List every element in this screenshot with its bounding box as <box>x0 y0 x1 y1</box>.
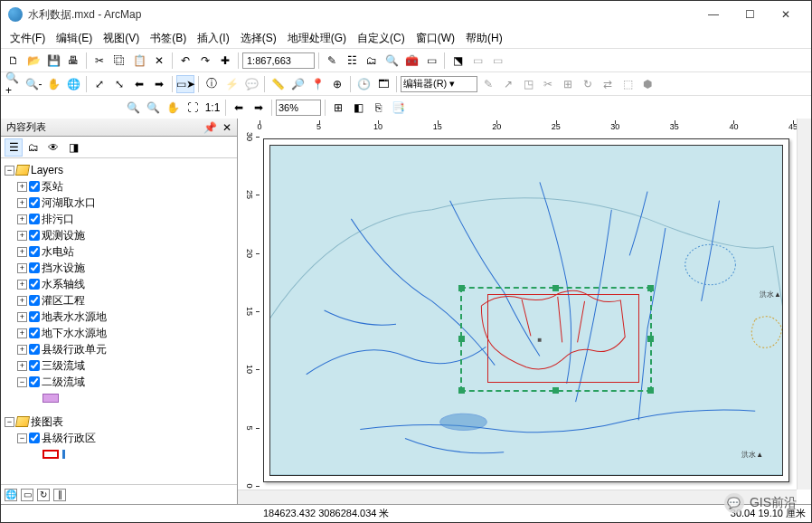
map-canvas[interactable]: 051015202530354045 302520151050 <box>238 119 811 504</box>
resize-handle-n[interactable] <box>552 285 559 291</box>
layout-zoom-combo[interactable] <box>276 100 321 116</box>
expand-icon[interactable]: − <box>17 377 27 387</box>
delete-button[interactable]: ✕ <box>150 52 168 70</box>
create-viewer-btn[interactable]: 🗔 <box>374 75 392 93</box>
tree-layer[interactable]: +水电站 <box>5 243 233 260</box>
toc-tab-drawing-order[interactable]: ☰ <box>5 138 23 157</box>
layer-checkbox[interactable] <box>29 181 40 192</box>
toc-close-icon[interactable]: ✕ <box>222 121 231 134</box>
expand-icon[interactable]: + <box>17 280 27 290</box>
layer-checkbox[interactable] <box>29 197 40 208</box>
layout-zoom-in-btn[interactable]: 🔍 <box>124 99 142 117</box>
menu-help[interactable]: 帮助(H) <box>462 29 506 48</box>
measure-btn[interactable]: 📏 <box>269 75 287 93</box>
layer-checkbox[interactable] <box>29 246 40 257</box>
python-btn[interactable]: ▭ <box>422 52 440 70</box>
expand-icon[interactable]: + <box>17 312 27 322</box>
fixed-zoom-in-btn[interactable]: ⤢ <box>90 75 109 93</box>
layer-checkbox[interactable] <box>29 433 40 443</box>
focus-dataframe-btn[interactable]: ◧ <box>349 99 367 117</box>
catalog-btn[interactable]: 🗂 <box>363 52 381 70</box>
layer-checkbox[interactable] <box>29 311 40 322</box>
scrollbar-horizontal[interactable] <box>238 490 797 504</box>
expand-icon[interactable]: + <box>17 296 27 306</box>
tree-layer[interactable]: +泵站 <box>5 178 233 195</box>
scrollbar-vertical[interactable] <box>797 119 811 490</box>
menu-view[interactable]: 视图(V) <box>99 29 143 48</box>
resize-handle-se[interactable] <box>647 387 654 394</box>
menu-geoprocessing[interactable]: 地理处理(G) <box>284 29 350 48</box>
collapse-icon[interactable]: − <box>17 433 27 443</box>
layer-checkbox[interactable] <box>29 230 40 241</box>
collapse-icon[interactable]: − <box>5 417 14 427</box>
search-btn[interactable]: 🔍 <box>382 52 401 70</box>
tree-symbol-2ji[interactable] <box>5 390 233 406</box>
expand-icon[interactable]: + <box>17 231 27 241</box>
layout-pan-btn[interactable]: ✋ <box>164 99 182 117</box>
resize-handle-ne[interactable] <box>647 285 654 291</box>
tree-symbol-xianji[interactable] <box>5 446 233 462</box>
pause-button[interactable]: ‖ <box>53 489 66 501</box>
expand-icon[interactable]: + <box>17 182 27 192</box>
layer-checkbox[interactable] <box>29 360 40 371</box>
layout-zoom-out-btn[interactable]: 🔍 <box>144 99 162 117</box>
expand-icon[interactable]: + <box>17 345 27 355</box>
scale-input[interactable] <box>242 52 315 69</box>
menu-customize[interactable]: 自定义(C) <box>354 29 409 48</box>
copy-button[interactable]: ⿻ <box>110 52 128 70</box>
toggle-draft-btn[interactable]: ⊞ <box>329 99 347 117</box>
toc-tab-source[interactable]: 🗂 <box>24 138 42 157</box>
tree-layer[interactable]: +排污口 <box>5 211 233 227</box>
open-button[interactable]: 📂 <box>24 52 42 70</box>
cut-button[interactable]: ✂ <box>90 52 109 70</box>
expand-icon[interactable]: + <box>17 328 27 338</box>
tree-group-jietu[interactable]: − 接图表 <box>5 414 233 430</box>
map-frame[interactable]: ■ 洪水▲ 洪水▲ <box>269 145 783 476</box>
table-of-contents-btn[interactable]: ☷ <box>343 52 361 70</box>
toc-tab-visibility[interactable]: 👁 <box>44 138 62 157</box>
resize-handle-nw[interactable] <box>458 285 465 291</box>
tree-layer[interactable]: +三级流域 <box>5 357 233 374</box>
menu-edit[interactable]: 编辑(E) <box>52 29 96 48</box>
collapse-icon[interactable]: − <box>5 166 14 176</box>
full-extent-button[interactable]: 🌐 <box>64 75 82 93</box>
paste-button[interactable]: 📋 <box>130 52 148 70</box>
layout-page[interactable]: ■ 洪水▲ 洪水▲ <box>263 138 789 482</box>
layer-checkbox[interactable] <box>29 344 40 355</box>
resize-handle-s[interactable] <box>552 387 559 394</box>
menu-window[interactable]: 窗口(W) <box>412 29 458 48</box>
expand-icon[interactable]: + <box>17 263 27 273</box>
layer-checkbox[interactable] <box>29 214 40 224</box>
menu-bookmarks[interactable]: 书签(B) <box>146 29 190 48</box>
close-button[interactable]: ✕ <box>768 2 804 27</box>
tree-layer[interactable]: +地表水水源地 <box>5 309 233 325</box>
select-elements-btn[interactable]: ▭➤ <box>176 75 194 93</box>
refresh-button[interactable]: ↻ <box>37 489 50 501</box>
find-btn[interactable]: 🔎 <box>288 75 307 93</box>
next-extent-btn[interactable]: ➡ <box>150 75 168 93</box>
tree-layer-xianji[interactable]: − 县级行政区 <box>5 430 233 446</box>
selected-dataframe[interactable] <box>460 287 652 392</box>
prev-extent-btn[interactable]: ⬅ <box>130 75 148 93</box>
layer-tree[interactable]: − Layers +泵站+河湖取水口+排污口+观测设施+水电站+挡水设施+水系轴… <box>1 158 237 484</box>
resize-handle-e[interactable] <box>647 336 654 342</box>
model-builder-btn[interactable]: ⬔ <box>448 52 467 70</box>
add-data-button[interactable]: ✚ <box>216 52 234 70</box>
menu-insert[interactable]: 插入(I) <box>194 29 232 48</box>
arc-toolbox-btn[interactable]: 🧰 <box>402 52 420 70</box>
find-route-btn[interactable]: 📍 <box>308 75 326 93</box>
tree-layer[interactable]: −二级流域 <box>5 374 233 390</box>
minimize-button[interactable]: — <box>695 2 732 27</box>
tree-layer[interactable]: +河湖取水口 <box>5 195 233 211</box>
identify-btn[interactable]: ⓘ <box>203 75 221 93</box>
new-button[interactable]: 🗋 <box>5 52 23 70</box>
toc-pin-icon[interactable]: 📌 <box>203 121 217 134</box>
pan-button[interactable]: ✋ <box>44 75 62 93</box>
menu-select[interactable]: 选择(S) <box>237 29 280 48</box>
tree-layer[interactable]: +地下水水源地 <box>5 325 233 341</box>
tree-layer[interactable]: +县级行政单元 <box>5 341 233 357</box>
toc-tab-selection[interactable]: ◨ <box>64 138 82 157</box>
change-layout-btn[interactable]: ⎘ <box>369 99 387 117</box>
zoom-whole-page-btn[interactable]: ⛶ <box>184 99 202 117</box>
resize-handle-w[interactable] <box>458 336 465 342</box>
